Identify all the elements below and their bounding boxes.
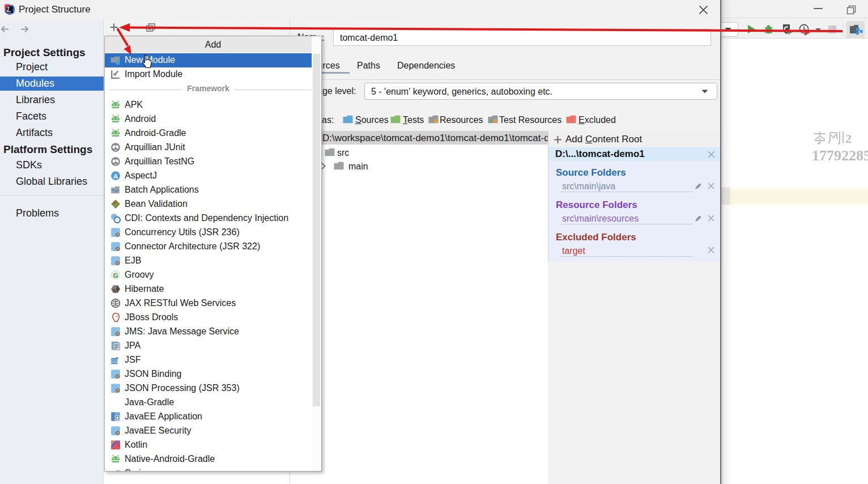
- svg-text:2: 2: [845, 131, 851, 145]
